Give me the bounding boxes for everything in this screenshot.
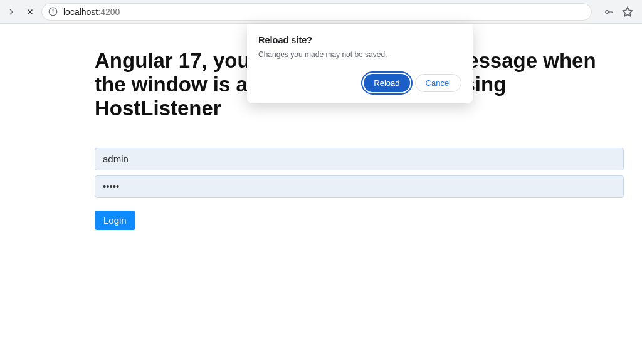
password-input[interactable] xyxy=(95,175,624,198)
address-bar[interactable]: localhost:4200 xyxy=(41,3,592,21)
reload-button[interactable]: Reload xyxy=(364,74,409,92)
star-icon[interactable] xyxy=(622,6,633,18)
svg-point-5 xyxy=(606,10,609,13)
dialog-message: Changes you made may not be saved. xyxy=(258,50,461,59)
login-button[interactable]: Login xyxy=(95,211,135,230)
svg-point-4 xyxy=(53,9,53,10)
nav-controls xyxy=(5,7,35,17)
url-port: :4200 xyxy=(98,7,120,17)
forward-icon[interactable] xyxy=(6,7,16,17)
cancel-button[interactable]: Cancel xyxy=(415,74,461,92)
info-icon[interactable] xyxy=(48,7,58,17)
reload-dialog: Reload site? Changes you made may not be… xyxy=(247,24,473,103)
dialog-actions: Reload Cancel xyxy=(258,74,461,92)
svg-marker-9 xyxy=(623,7,633,16)
dialog-title: Reload site? xyxy=(258,35,461,45)
close-icon[interactable] xyxy=(25,7,35,17)
url-text: localhost:4200 xyxy=(63,7,120,17)
toolbar-right xyxy=(603,6,637,18)
browser-chrome: localhost:4200 xyxy=(0,0,642,24)
key-icon[interactable] xyxy=(603,6,614,18)
username-input[interactable] xyxy=(95,148,624,170)
url-host: localhost xyxy=(63,7,98,17)
